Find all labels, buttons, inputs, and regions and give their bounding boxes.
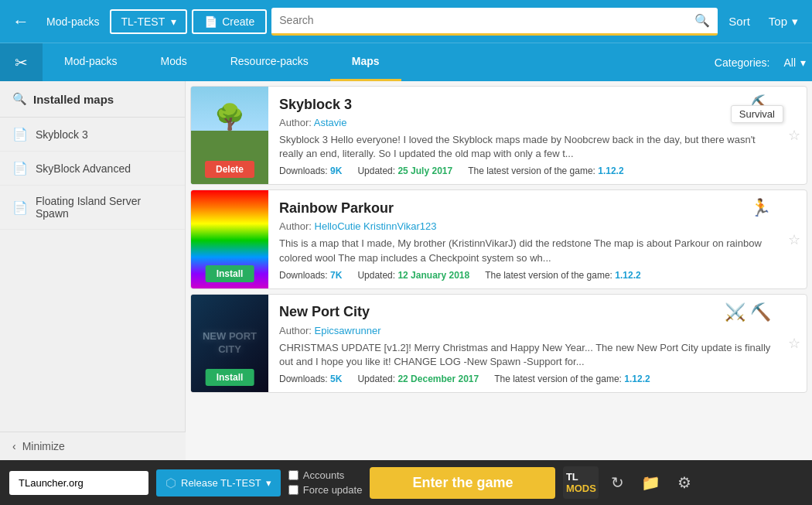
force-update-label: Force update xyxy=(303,484,363,496)
star-button-rainbow[interactable]: ☆ xyxy=(782,231,807,248)
map-title-newport: New Port City xyxy=(279,304,370,320)
bottom-bar: ⬡ Release TL-TEST ▾ Accounts Force updat… xyxy=(0,460,812,505)
install-button-rainbow[interactable]: Install xyxy=(206,265,254,282)
sort-label: Sort xyxy=(722,15,756,28)
sidebar-item-floating-island[interactable]: 📄 Floating Island Server Spawn xyxy=(0,186,185,230)
map-desc-newport: CHRISTMAS UPDATE [v1.2]! Merry Christmas… xyxy=(279,341,771,369)
categories-selector[interactable]: All ▾ xyxy=(777,52,812,73)
map-meta-newport: Downloads: 5K Updated: 22 December 2017 … xyxy=(279,374,771,384)
map-title-rainbow: Rainbow Parkour xyxy=(279,200,394,217)
tab-modpacks[interactable]: Mod-packs xyxy=(43,43,138,82)
install-button-newport[interactable]: Install xyxy=(206,369,254,386)
tab-resource-packs[interactable]: Resource-packs xyxy=(209,43,330,82)
search-input[interactable] xyxy=(279,14,694,26)
map-thumbnail-newport: NEW PORTCITY Install xyxy=(191,295,268,392)
chevron-left-icon: ‹ xyxy=(12,440,16,452)
map-icon-newport: ⚔️ ⛏️ xyxy=(725,302,771,322)
nav-tabs: Mod-packs Mods Resource-packs Maps xyxy=(43,43,707,82)
map-author-skyblock3: Author: Astavie xyxy=(279,117,771,128)
settings-button[interactable]: ⚙ xyxy=(673,469,696,496)
map-card-rainbow: Install Rainbow Parkour 🏃 Author: HelloC… xyxy=(190,189,807,288)
search-icon: 🔍 xyxy=(12,92,27,106)
map-card-skyblock3: 🌳 Delete Skyblock 3 ⛏️ Survival Author: … xyxy=(190,86,807,185)
refresh-button[interactable]: ↻ xyxy=(606,469,629,496)
tab-maps[interactable]: Maps xyxy=(330,43,401,82)
map-author-rainbow: Author: HelloCutie KristinnVikar123 xyxy=(279,220,771,232)
file-icon: 📄 xyxy=(12,200,28,215)
create-button[interactable]: 📄 Create xyxy=(192,9,267,34)
enter-game-button[interactable]: Enter the game xyxy=(370,467,555,499)
map-icon-rainbow: 🏃 xyxy=(750,198,771,218)
map-info-skyblock3: Skyblock 3 ⛏️ Survival Author: Astavie S… xyxy=(268,87,782,184)
file-icon: 📄 xyxy=(12,127,28,142)
chevron-down-icon: ▾ xyxy=(266,477,271,489)
accounts-label: Accounts xyxy=(303,469,344,481)
survival-tag: Survival xyxy=(731,105,783,123)
map-author-newport: Author: Epicsawrunner xyxy=(279,325,771,336)
all-label: All xyxy=(783,56,796,69)
map-info-rainbow: Rainbow Parkour 🏃 Author: HelloCutie Kri… xyxy=(268,190,782,288)
tl-logo: TLMODS xyxy=(563,466,599,499)
map-card-newport: NEW PORTCITY Install New Port City ⚔️ ⛏️… xyxy=(190,294,807,393)
star-button-skyblock3[interactable]: ☆ xyxy=(782,127,807,144)
categories-label: Categories: xyxy=(707,56,778,69)
force-update-checkbox-row: Force update xyxy=(288,484,363,496)
nav-bar: ✂ Mod-packs Mods Resource-packs Maps Cat… xyxy=(0,43,812,81)
back-button[interactable]: ← xyxy=(6,9,36,35)
accounts-checkbox[interactable] xyxy=(288,470,299,480)
tools-icon: ✂ xyxy=(0,43,43,82)
sidebar-item-skyblock3[interactable]: 📄 Skyblock 3 xyxy=(0,118,185,152)
profile-name: TL-TEST xyxy=(121,15,165,28)
delete-button-skyblock3[interactable]: Delete xyxy=(205,161,254,178)
profile-selector[interactable]: TL-TEST ▾ xyxy=(110,9,187,34)
chevron-down-icon: ▾ xyxy=(171,15,176,28)
map-thumbnail-rainbow: Install xyxy=(191,190,268,288)
chevron-down-icon: ▾ xyxy=(792,15,798,29)
modpacks-label: Mod-packs xyxy=(40,15,105,28)
map-title-skyblock3: Skyblock 3 xyxy=(279,97,352,113)
top-bar: ← Mod-packs TL-TEST ▾ 📄 Create 🔍 Sort To… xyxy=(0,0,812,43)
map-info-newport: New Port City ⚔️ ⛏️ Author: Epicsawrunne… xyxy=(268,295,782,392)
sidebar-header: 🔍 Installed maps xyxy=(0,81,185,118)
map-meta-rainbow: Downloads: 7K Updated: 12 January 2018 T… xyxy=(279,270,771,281)
sidebar: 🔍 Installed maps 📄 Skyblock 3 📄 SkyBlock… xyxy=(0,81,186,460)
content-area: 🌳 Delete Skyblock 3 ⛏️ Survival Author: … xyxy=(186,81,812,460)
map-thumbnail-skyblock3: 🌳 Delete xyxy=(191,87,268,184)
search-box: 🔍 xyxy=(271,8,718,36)
folder-button[interactable]: 📁 xyxy=(636,469,665,496)
accounts-checkbox-row: Accounts xyxy=(288,469,363,481)
map-desc-rainbow: This is a map that I made, My brother (K… xyxy=(279,237,771,264)
url-input[interactable] xyxy=(9,471,148,495)
document-icon: 📄 xyxy=(204,15,217,28)
minimize-button[interactable]: ‹ Minimize xyxy=(0,432,186,460)
main-layout: 🔍 Installed maps 📄 Skyblock 3 📄 SkyBlock… xyxy=(0,81,812,460)
search-icon: 🔍 xyxy=(694,13,710,28)
chevron-down-icon: ▾ xyxy=(800,56,806,69)
map-desc-skyblock3: Skyblock 3 Hello everyone! I loved the S… xyxy=(279,133,771,161)
top-selector[interactable]: Top ▾ xyxy=(761,10,806,33)
release-selector[interactable]: ⬡ Release TL-TEST ▾ xyxy=(156,469,281,496)
file-icon: 📄 xyxy=(12,161,28,176)
force-update-checkbox[interactable] xyxy=(288,485,299,495)
sidebar-item-skyblock-advanced[interactable]: 📄 SkyBlock Advanced xyxy=(0,152,185,186)
map-meta-skyblock3: Downloads: 9K Updated: 25 July 2017 The … xyxy=(279,165,771,176)
star-button-newport[interactable]: ☆ xyxy=(782,335,807,352)
tab-mods[interactable]: Mods xyxy=(138,43,208,82)
checkbox-col: Accounts Force update xyxy=(288,469,363,496)
